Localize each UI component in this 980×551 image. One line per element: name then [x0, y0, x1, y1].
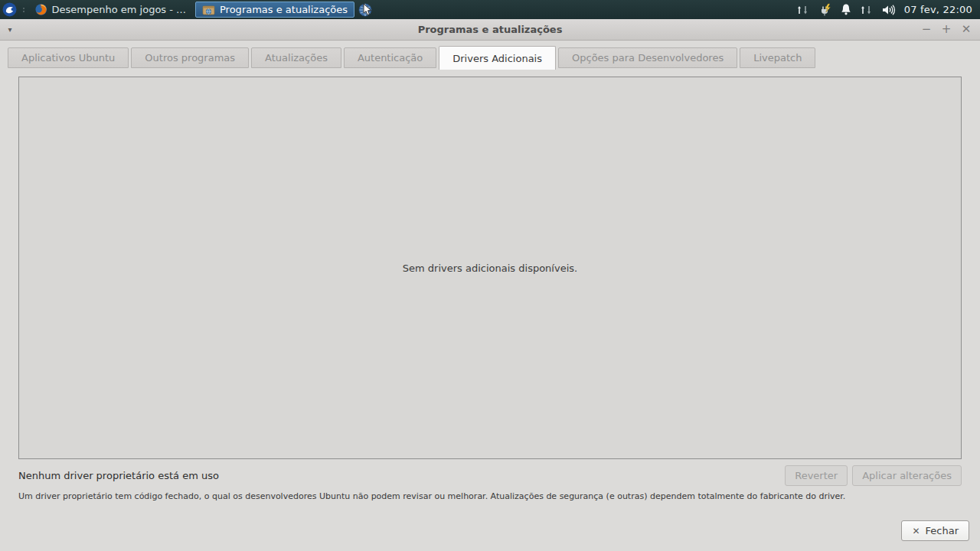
notifications-bell-icon[interactable] [840, 3, 852, 16]
fechar-button[interactable]: ✕ Fechar [901, 520, 969, 541]
taskbar-item-software-properties[interactable]: Programas e atualizações [195, 2, 354, 18]
software-properties-icon [202, 3, 215, 16]
close-window-button[interactable]: ✕ [960, 24, 972, 35]
driver-status-text: Nenhum driver proprietário está em uso [18, 470, 219, 481]
xubuntu-logo-icon [2, 2, 17, 17]
window-title: Programas e atualizações [0, 24, 980, 35]
close-x-icon: ✕ [912, 526, 920, 536]
apply-changes-button[interactable]: Aplicar alterações [852, 465, 962, 486]
revert-button[interactable]: Reverter [785, 465, 848, 486]
tab-drivers-adicionais[interactable]: Drivers Adicionais [439, 46, 556, 70]
window-titlebar: ▾ Programas e atualizações − + ✕ [0, 19, 980, 41]
top-panel: Desempenho em jogos - Lin... Programas e… [0, 0, 980, 19]
tab-livepatch[interactable]: Livepatch [740, 47, 815, 68]
tab-aplicativos-ubuntu[interactable]: Aplicativos Ubuntu [8, 47, 129, 68]
window-menu-button[interactable]: ▾ [0, 25, 20, 34]
tab-opcoes-para-desenvolvedores[interactable]: Opções para Desenvolvedores [558, 47, 737, 68]
firefox-icon [35, 3, 47, 16]
minimize-button[interactable]: − [920, 24, 933, 35]
taskbar-item-label: Desempenho em jogos - Lin... [52, 4, 188, 15]
volume-icon[interactable] [882, 4, 897, 16]
proprietary-driver-note: Um driver proprietário tem código fechad… [18, 491, 962, 501]
tab-autenticacao[interactable]: Autenticação [344, 47, 436, 68]
xubuntu-menu-button[interactable] [0, 0, 19, 19]
tab-atualizacoes[interactable]: Atualizações [251, 47, 341, 68]
panel-separator [19, 8, 28, 12]
network-updown-icon[interactable] [796, 4, 811, 16]
tab-bar: Aplicativos Ubuntu Outros programas Atua… [0, 46, 980, 70]
window-body: Aplicativos Ubuntu Outros programas Atua… [0, 41, 980, 551]
taskbar-item-firefox[interactable]: Desempenho em jogos - Lin... [29, 2, 194, 18]
system-tray [796, 3, 904, 16]
tab-outros-programas[interactable]: Outros programas [131, 47, 249, 68]
mouse-cursor-icon [363, 3, 373, 16]
fechar-button-label: Fechar [926, 525, 959, 536]
empty-state-message: Sem drivers adicionais disponíveis. [403, 262, 577, 274]
network-updown-icon[interactable] [860, 4, 874, 16]
taskbar-item-globe[interactable] [355, 0, 375, 19]
drivers-list-area: Sem drivers adicionais disponíveis. [18, 77, 962, 459]
taskbar-item-label: Programas e atualizações [220, 4, 348, 15]
panel-clock[interactable]: 07 fev, 22:00 [904, 4, 980, 15]
maximize-button[interactable]: + [940, 24, 952, 35]
power-plug-icon[interactable] [818, 3, 832, 16]
